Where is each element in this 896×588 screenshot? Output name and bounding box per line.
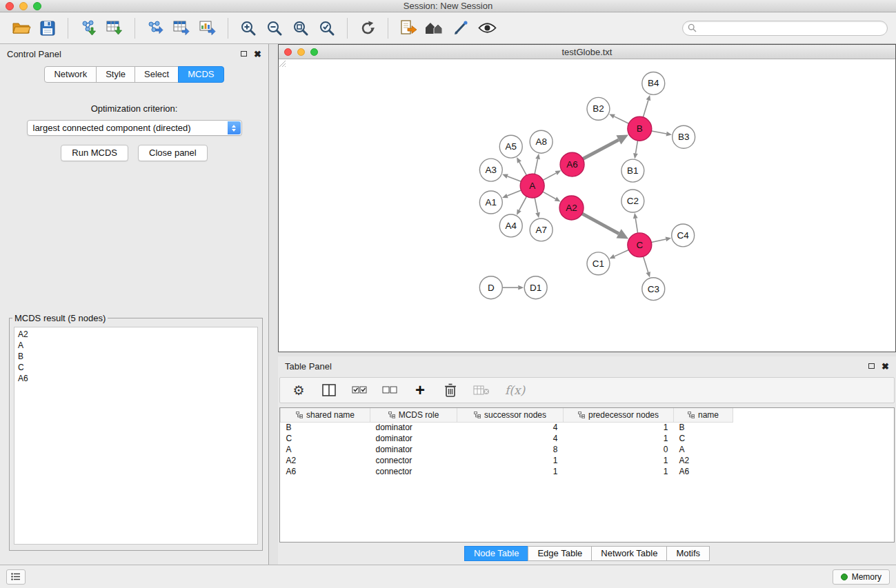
memory-status-icon [841, 574, 848, 580]
workspace: testGlobe.txt B4B2BB3A5A8A6B1A3AC2A1A2A4… [269, 44, 896, 565]
column-header-predecessor-nodes[interactable]: predecessor nodes [564, 408, 674, 422]
close-network-button[interactable] [284, 48, 292, 56]
network-traffic-lights [279, 48, 318, 56]
list-item[interactable]: C [18, 362, 254, 373]
mcds-result-group: MCDS result (5 nodes) A2 A B C A6 [9, 313, 263, 551]
select-all-icon [352, 385, 367, 395]
column-header-shared-name[interactable]: shared name [281, 408, 370, 422]
zoom-window-button[interactable] [33, 2, 41, 10]
float-table-panel-icon[interactable] [868, 363, 875, 369]
network-canvas[interactable]: B4B2BB3A5A8A6B1A3AC2A1A2A4A7C4CC1C3DD1 [279, 60, 895, 352]
close-panel-button[interactable]: Close panel [138, 145, 208, 161]
search-input[interactable] [699, 23, 882, 33]
zoom-in-icon [240, 20, 257, 37]
new-network-from-selection-button[interactable] [395, 15, 421, 41]
table-row[interactable]: Bdominator 41 B [281, 422, 733, 433]
list-item[interactable]: A [18, 340, 254, 351]
memory-button[interactable]: Memory [833, 569, 890, 585]
show-all-networks-button[interactable] [421, 15, 448, 41]
table-row[interactable]: A6connector 11 A6 [281, 466, 733, 477]
float-panel-icon[interactable] [241, 51, 247, 57]
delete-table-icon [473, 385, 490, 396]
tab-node-table[interactable]: Node Table [464, 546, 529, 561]
export-network-icon [146, 19, 165, 37]
column-type-icon [688, 412, 695, 418]
annotation-pen-button[interactable] [448, 15, 474, 41]
document-arrow-icon [399, 19, 418, 37]
search-field[interactable] [682, 21, 888, 36]
toolbar-separator [68, 18, 68, 39]
floppy-disk-icon [40, 21, 55, 36]
save-session-button[interactable] [34, 15, 61, 41]
zoom-out-button[interactable] [261, 15, 288, 41]
export-table-button[interactable] [168, 15, 195, 41]
tab-select[interactable]: Select [135, 66, 179, 83]
table-row[interactable]: A2connector 11 A2 [281, 455, 733, 466]
zoom-selected-button[interactable] [314, 15, 340, 41]
deselect-all-icon [382, 385, 397, 395]
open-session-button[interactable] [8, 15, 34, 41]
tab-motifs[interactable]: Motifs [666, 546, 710, 561]
column-header-successor-nodes[interactable]: successor nodes [457, 408, 564, 422]
main-toolbar [0, 12, 896, 44]
eye-icon [478, 22, 497, 34]
column-header-name[interactable]: name [674, 408, 733, 422]
toolbar-separator [135, 18, 135, 39]
table-row[interactable]: Adominator 80 A [281, 444, 733, 455]
column-type-icon [296, 412, 303, 418]
node-table: shared name MCDS role successor nodes pr… [279, 407, 895, 543]
tab-network-table[interactable]: Network Table [591, 546, 667, 561]
tab-network[interactable]: Network [44, 66, 97, 83]
table-header-row: shared name MCDS role successor nodes pr… [281, 408, 733, 422]
resize-grip[interactable] [278, 59, 895, 351]
table-row[interactable]: Cdominator 41 C [281, 433, 733, 444]
list-item[interactable]: B [18, 351, 254, 362]
minimize-window-button[interactable] [19, 2, 28, 10]
add-column-button[interactable]: + [412, 382, 428, 398]
tab-style[interactable]: Style [96, 66, 135, 83]
dropdown-stepper-icon [228, 121, 241, 134]
fx-icon: f(x) [505, 383, 525, 397]
delete-column-button[interactable] [443, 383, 458, 397]
traffic-lights [0, 2, 41, 10]
control-panel-title: Control Panel [7, 49, 61, 59]
list-item[interactable]: A2 [18, 329, 254, 340]
task-history-button[interactable] [6, 569, 26, 585]
home-icon [424, 21, 445, 36]
minimize-network-button[interactable] [297, 48, 305, 56]
tab-edge-table[interactable]: Edge Table [528, 546, 592, 561]
export-network-button[interactable] [142, 15, 168, 41]
network-view-window: testGlobe.txt B4B2BB3A5A8A6B1A3AC2A1A2A4… [278, 44, 896, 352]
tab-mcds[interactable]: MCDS [178, 66, 223, 83]
function-builder-button[interactable]: f(x) [505, 383, 525, 397]
run-mcds-button[interactable]: Run MCDS [61, 145, 128, 161]
import-table-button[interactable] [101, 15, 128, 41]
show-columns-button[interactable] [321, 384, 337, 396]
search-icon [688, 23, 697, 32]
zoom-selected-icon [319, 20, 335, 37]
close-window-button[interactable] [6, 2, 14, 10]
optimization-criterion-dropdown[interactable]: largest connected component (directed) [27, 120, 242, 136]
zoom-fit-button[interactable] [288, 15, 314, 41]
table-settings-button[interactable]: ⚙ [291, 384, 306, 397]
apply-layout-button[interactable] [355, 15, 381, 41]
folder-icon [12, 21, 31, 35]
zoom-in-button[interactable] [235, 15, 261, 41]
zoom-network-button[interactable] [310, 48, 318, 56]
close-panel-icon[interactable]: ✖ [254, 49, 261, 59]
title-bar: Session: New Session [0, 0, 896, 12]
table-panel-title: Table Panel [285, 361, 332, 372]
pen-icon [452, 20, 469, 37]
export-table-icon [172, 19, 191, 37]
column-header-mcds-role[interactable]: MCDS role [370, 408, 457, 422]
export-image-button[interactable] [195, 15, 221, 41]
select-all-button[interactable] [352, 385, 367, 395]
close-table-panel-icon[interactable]: ✖ [882, 361, 889, 372]
show-hide-button[interactable] [474, 15, 500, 41]
mcds-result-list[interactable]: A2 A B C A6 [14, 327, 258, 545]
column-type-icon [578, 412, 585, 418]
delete-table-button[interactable] [473, 385, 490, 396]
import-network-button[interactable] [75, 15, 101, 41]
deselect-all-button[interactable] [382, 385, 397, 395]
list-item[interactable]: A6 [18, 373, 254, 384]
